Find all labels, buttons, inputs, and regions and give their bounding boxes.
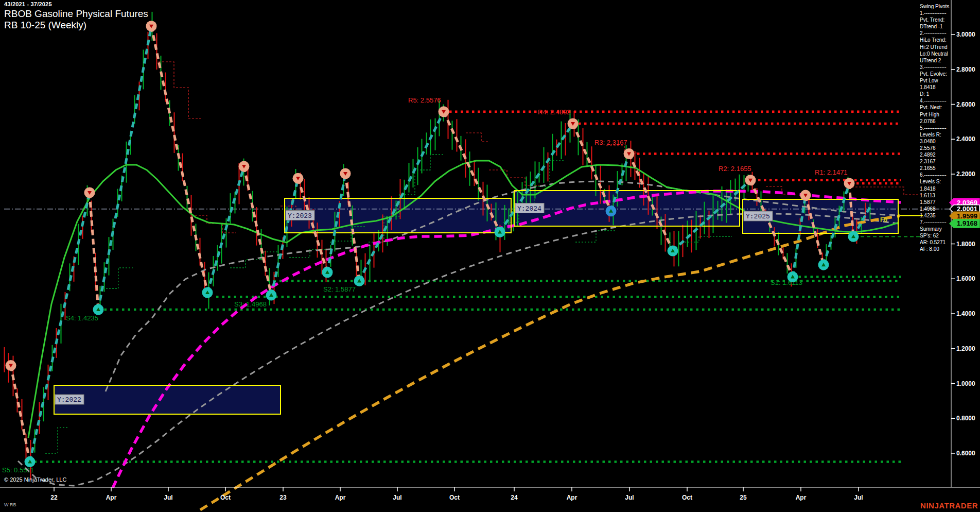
price-tick-label: 1.2000: [956, 345, 975, 352]
hilo-step-up: [45, 428, 69, 453]
panel-line: DTrend -1: [920, 23, 951, 30]
hilo-step-up: [103, 268, 133, 288]
panel-line: SP's: 62: [920, 232, 951, 239]
hilo-step-down: [848, 187, 924, 195]
panel-line: UTrend 2: [920, 57, 951, 64]
panel-line: HiLo Trend:: [920, 37, 951, 43]
resistance-label: R4: 2.4892: [538, 108, 571, 116]
support-label: S5: 0.5511: [2, 466, 34, 474]
panel-line: Levels R:: [920, 131, 951, 138]
panel-line: 2.1655: [920, 165, 951, 172]
time-tick-label: 22: [50, 494, 58, 501]
price-tick-label: 3.0000: [956, 31, 975, 38]
panel-line: 1.4968: [920, 206, 951, 212]
panel-line: Summary: [920, 226, 951, 232]
panel-line: 1.6113: [920, 192, 951, 199]
zigzag-up-leg: [207, 166, 244, 293]
panel-line: 2.0786: [920, 118, 951, 125]
time-tick-label: Apr: [106, 494, 117, 501]
copyright-label: © 2025 NinjaTrader, LLC: [4, 476, 66, 483]
price-tick-label: 0.6000: [956, 450, 975, 457]
panel-line: Levels S:: [920, 178, 951, 185]
price-tick-label: 0.8000: [956, 415, 975, 422]
hilo-step-up: [575, 231, 617, 242]
panel-line: 1.4235: [920, 212, 951, 219]
support-label: S4: 1.4235: [66, 314, 98, 322]
panel-line: Pvt. Next:: [920, 104, 951, 111]
resistance-label: R3: 2.3167: [594, 139, 627, 146]
time-tick-label: Oct: [220, 494, 231, 501]
time-tick-label: Apr: [335, 494, 346, 501]
time-tick-label: Jul: [854, 494, 863, 501]
zigzag-up-leg: [359, 112, 444, 281]
support-label: S3: 1.4968: [234, 300, 267, 308]
panel-line: Hi:2 UTrend: [920, 44, 951, 50]
price-chart-canvas[interactable]: R5: 2.5576R4: 2.4892R3: 2.3167R2: 2.1655…: [0, 0, 980, 512]
support-label: S2: 1.5877: [323, 285, 356, 293]
time-tick-label: 23: [279, 494, 287, 501]
panel-line: 3.-------------: [920, 64, 951, 71]
price-tick-label: 2.8000: [956, 66, 975, 73]
time-tick-label: Oct: [449, 494, 460, 501]
f0-label: F0: [880, 216, 887, 224]
time-tick-label: Apr: [796, 494, 807, 501]
price-tick-label: 1.4000: [956, 310, 975, 317]
price-tick-label: 1.0000: [956, 380, 975, 387]
price-tick-label: 2.4000: [956, 135, 975, 143]
panel-line: AF: 8.00: [920, 246, 951, 252]
hilo-step-up: [230, 252, 279, 268]
price-marker-value: 1.9168: [957, 219, 977, 227]
series-tag: W RB: [4, 502, 16, 507]
panel-line: 2.-------------: [920, 30, 951, 37]
resistance-label: R5: 2.5576: [408, 96, 441, 104]
price-marker-value: 1.9599: [957, 212, 977, 220]
panel-line: 2.4892: [920, 151, 951, 158]
panel-line: 5.-------------: [920, 125, 951, 131]
panel-line: Lo:0 Neutral: [920, 50, 951, 57]
panel-line: 2.5576: [920, 145, 951, 151]
year-label: Y:2022: [57, 396, 81, 404]
time-tick-label: Apr: [567, 494, 577, 501]
support-label: S1: 1.6113: [771, 279, 802, 286]
price-tick-label: 1.6000: [956, 275, 975, 282]
price-tick-label: 2.2000: [956, 170, 975, 178]
hilo-step-down: [606, 146, 639, 153]
panel-line: Pvt Low: [920, 77, 951, 84]
panel-line: 6.-------------: [920, 172, 951, 178]
swing-pivots-panel: Swing Pivots1.-------------Pvt. Trend:DT…: [920, 3, 951, 252]
slow-gray-ma-line: [18, 214, 898, 486]
panel-line: Pvt High: [920, 111, 951, 118]
year-label: Y:2023: [288, 212, 312, 220]
panel-line: 1.-------------: [920, 10, 951, 16]
time-tick-label: Jul: [164, 494, 172, 501]
orange-ma-line: [200, 216, 900, 510]
panel-line: Swing Pivots: [920, 3, 951, 10]
panel-line: 7.-------------: [920, 219, 951, 226]
time-tick-label: 25: [740, 494, 747, 501]
panel-line: 2.3167: [920, 158, 951, 165]
panel-line: 1.8418: [920, 84, 951, 91]
resistance-label: R1: 2.1471: [815, 168, 848, 176]
panel-line: Pvt. Evolve:: [920, 71, 951, 77]
panel-line: AR: 0.5271: [920, 239, 951, 246]
zigzag-down-leg: [244, 166, 271, 295]
panel-line: 1.8418: [920, 185, 951, 192]
time-tick-label: 24: [511, 494, 518, 501]
resistance-label: R2: 2.1655: [719, 165, 751, 173]
year-label: Y:2024: [517, 205, 541, 213]
zigzag-down-leg: [151, 26, 207, 293]
panel-line: 3.0480: [920, 138, 951, 145]
ninjatrader-logo: NINJATRADER: [920, 501, 978, 510]
chart-window: R5: 2.5576R4: 2.4892R3: 2.3167R2: 2.1655…: [0, 0, 980, 512]
zigzag-down-leg: [11, 366, 30, 462]
year-label: Y:2025: [746, 213, 770, 220]
magenta-ma-line: [113, 191, 901, 488]
time-tick-label: Oct: [682, 494, 692, 501]
time-tick-label: Jul: [625, 494, 634, 501]
time-tick-label: Jul: [393, 494, 401, 501]
panel-line: Pvt. Trend:: [920, 16, 951, 23]
price-tick-label: 1.8000: [956, 241, 975, 248]
year-range-box: [514, 191, 740, 226]
panel-line: 1.5877: [920, 199, 951, 206]
price-tick-label: 2.6000: [956, 101, 975, 108]
